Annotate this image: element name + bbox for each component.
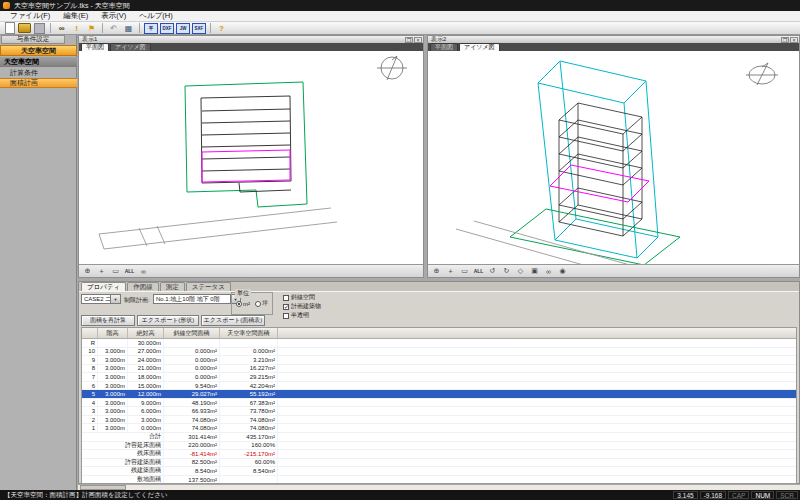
zoom-window-icon[interactable]: ▭ [109, 266, 122, 276]
export-sxf-button[interactable]: SXF [192, 23, 206, 34]
rotate-right-icon[interactable]: ↻ [500, 266, 513, 276]
table-row[interactable]: 73.000m18.000m0.000m²29.215m² [82, 373, 796, 382]
sidebar-item-2[interactable]: 面積計画 [0, 78, 77, 88]
export-jw-button[interactable]: JW [176, 23, 190, 34]
recalc-area-button[interactable]: 面積を再計算 [81, 315, 135, 326]
display-checkbox-2[interactable]: ✓計画建築物 [283, 302, 321, 311]
rotate-left-icon[interactable]: ↺ [486, 266, 499, 276]
checkbox-icon[interactable] [283, 313, 289, 319]
chevron-down-icon[interactable]: ▼ [110, 295, 120, 303]
bottom-tab[interactable]: プロパティ [81, 282, 126, 291]
summary-value: 301.414m² [164, 433, 220, 441]
pin-icon[interactable]: ! [70, 23, 83, 34]
menu-item[interactable]: ヘルプ(H) [139, 11, 172, 21]
table-row[interactable]: 103.000m27.000m0.000m²0.000m² [82, 348, 796, 357]
zoom-window-icon[interactable]: ▭ [458, 266, 471, 276]
menu-item[interactable]: 編集(E) [63, 11, 88, 21]
table-row[interactable]: 83.000m21.000m0.000m²16.227m² [82, 365, 796, 374]
view-tab[interactable]: 平面図 [81, 43, 109, 51]
view-tab[interactable]: アイソメ図 [110, 43, 151, 51]
table-row[interactable]: 63.000m15.000m9.540m²42.204m² [82, 382, 796, 391]
display-checkbox-1[interactable]: 斜線空間 [283, 293, 315, 302]
summary-row[interactable]: 許容延床面積220.000m²160.00% [82, 442, 796, 451]
radio-label: m² [243, 301, 250, 307]
table-cell: 42.204m² [220, 382, 278, 390]
summary-label: 許容延床面積 [82, 442, 164, 450]
tile-windows-icon[interactable]: ▦ [122, 23, 135, 34]
close-icon[interactable]: × [414, 37, 422, 43]
zoom-in-icon[interactable]: ⊕ [430, 266, 443, 276]
table-row[interactable]: 93.000m24.000m0.000m²3.210m² [82, 356, 796, 365]
case-select[interactable]: CASE2 二方道路 ▼ [81, 294, 121, 304]
table-row[interactable]: 53.000m12.000m29.027m²55.192m² [82, 390, 796, 399]
open-file-icon[interactable] [18, 23, 31, 34]
radio-dot-icon[interactable] [236, 301, 242, 307]
summary-row[interactable]: 敷地面積137.500m² [82, 476, 796, 484]
table-cell [98, 339, 128, 347]
table-row[interactable]: 13.000m0.000m74.080m²74.080m² [82, 424, 796, 433]
checkbox-icon[interactable]: ✓ [283, 304, 289, 310]
zoom-all-button[interactable]: ALL [123, 266, 136, 276]
plan-canvas[interactable] [79, 51, 423, 265]
undo-icon[interactable]: ↶ [107, 23, 120, 34]
summary-row[interactable]: 合計301.414m²435.170m² [82, 433, 796, 442]
display-checkbox-3[interactable]: 半透明 [283, 311, 309, 320]
iso-canvas[interactable] [428, 51, 799, 265]
find-icon[interactable]: ∞ [55, 23, 68, 34]
export-plan-button[interactable]: 平 [144, 23, 158, 34]
zoom-all-button[interactable]: ALL [472, 266, 485, 276]
restore-icon[interactable]: ❐ [781, 37, 789, 43]
iso-view-icon[interactable]: ◇ [514, 266, 527, 276]
table-cell-filler [278, 467, 796, 475]
table-cell-filler [278, 339, 796, 347]
area-table: 階高絶対高斜線空間面積天空率空間面積 R30.000m103.000m27.00… [81, 327, 797, 484]
plan-select[interactable]: No.1:地上10階 地下 0階 ▼ [153, 294, 241, 304]
table-cell-filler [278, 399, 796, 407]
sidebar-item-1[interactable]: 計算条件 [0, 68, 77, 78]
radio-dot-icon[interactable] [255, 301, 261, 307]
mode-button-tenkuritsu[interactable]: 天空率空間 [0, 45, 77, 56]
view-tab[interactable]: アイソメ図 [459, 43, 500, 51]
save-file-icon[interactable] [33, 23, 46, 34]
export-area-table-button[interactable]: エクスポート(面積表) [201, 315, 265, 326]
table-cell: 3.000m [128, 416, 164, 424]
table-cell: R [82, 339, 98, 347]
menu-item[interactable]: 表示(V) [101, 11, 126, 21]
table-row[interactable]: R30.000m [82, 339, 796, 348]
summary-row[interactable]: 許容建築面積82.500m²60.00% [82, 459, 796, 468]
summary-row[interactable]: 残建築面積8.540m²8.540m² [82, 467, 796, 476]
table-row[interactable]: 33.000m6.000m66.933m²73.780m² [82, 407, 796, 416]
help-icon[interactable]: ? [215, 23, 228, 34]
pan-icon[interactable]: + [95, 266, 108, 276]
close-icon[interactable]: × [790, 37, 798, 43]
flag-icon[interactable]: ⚑ [85, 23, 98, 34]
zoom-in-icon[interactable]: ⊕ [81, 266, 94, 276]
plan-select-label: 制限計画: [124, 296, 150, 305]
table-cell: 73.780m² [220, 407, 278, 415]
summary-row[interactable]: 残床面積-81.414m²-215.170m² [82, 450, 796, 459]
pan-icon[interactable]: + [444, 266, 457, 276]
table-row[interactable]: 23.000m3.000m74.080m²74.080m² [82, 416, 796, 425]
bottom-tab[interactable]: 作図線 [127, 282, 159, 291]
display-options-icon[interactable]: ∞ [542, 266, 555, 276]
summary-label: 許容建築面積 [82, 459, 164, 467]
north-compass-icon [746, 63, 778, 85]
summary-value: -215.170m² [220, 450, 278, 458]
table-cell-filler [278, 382, 796, 390]
export-dxf-button[interactable]: DXF [160, 23, 174, 34]
restore-icon[interactable]: ❐ [405, 37, 413, 43]
new-file-icon[interactable] [3, 23, 16, 34]
export-shape-button[interactable]: エクスポート(形状) [137, 315, 199, 326]
unit-radio[interactable]: m² [236, 299, 250, 308]
display-options-icon[interactable]: ∞ [137, 266, 150, 276]
bottom-tab[interactable]: 測定 [160, 282, 185, 291]
bottom-tab[interactable]: ステータス [186, 282, 231, 291]
render-icon[interactable]: ◉ [556, 266, 569, 276]
menu-item[interactable]: ファイル(F) [10, 11, 50, 21]
checkbox-icon[interactable] [283, 295, 289, 301]
sidebar-tab-conditions[interactable]: 与条件設定 [1, 35, 65, 44]
table-row[interactable]: 43.000m9.000m48.190m²67.383m² [82, 399, 796, 408]
plan-view-icon[interactable]: ▣ [528, 266, 541, 276]
view-tab[interactable]: 平面図 [430, 43, 458, 51]
unit-radio[interactable]: 坪 [255, 299, 268, 308]
